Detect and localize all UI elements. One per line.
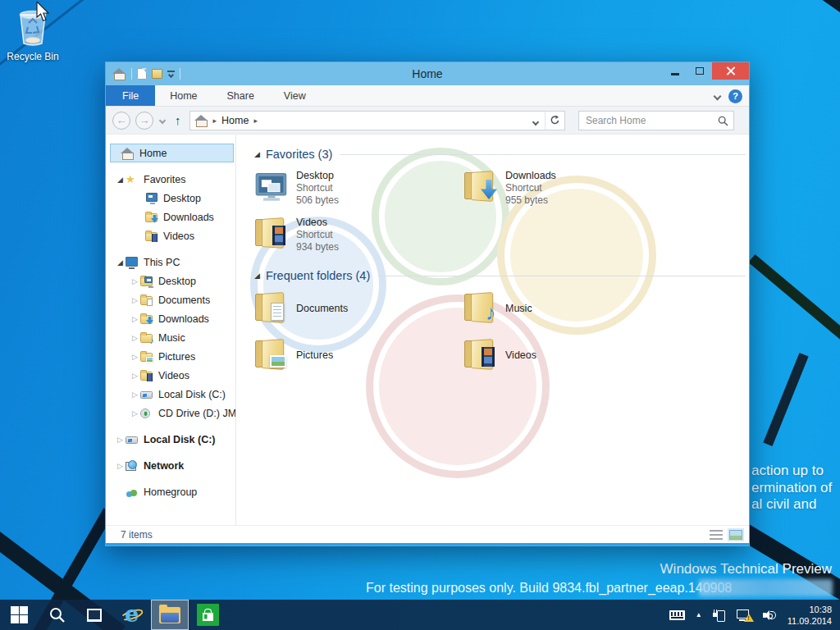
wallpaper-beam xyxy=(748,254,840,426)
file-explorer-button[interactable] xyxy=(151,600,189,630)
clock-time: 10:38 xyxy=(788,604,832,615)
item-name: Downloads xyxy=(505,170,556,182)
collapse-icon[interactable]: ◢ xyxy=(117,258,126,267)
music-folder-icon: ♪ xyxy=(140,332,153,344)
sidebar-item-pictures[interactable]: ▷ Pictures xyxy=(106,347,235,366)
watermark-build-label: For testing purposes only. Build 9834.fb… xyxy=(366,581,732,596)
maximize-button[interactable] xyxy=(687,62,712,80)
folder-tile-music[interactable]: ♪ Music xyxy=(463,290,673,326)
sidebar-item-documents[interactable]: ▷ Documents xyxy=(106,290,235,309)
expand-icon[interactable]: ▷ xyxy=(132,390,140,399)
pictures-folder-icon xyxy=(254,337,289,372)
home-icon[interactable] xyxy=(113,68,126,80)
expand-icon[interactable]: ▷ xyxy=(117,436,126,444)
group-divider xyxy=(378,276,746,276)
search-icon[interactable] xyxy=(718,116,728,126)
expand-icon[interactable]: ▷ xyxy=(132,353,140,361)
sidebar-item-videos[interactable]: Videos xyxy=(106,226,235,245)
volume-icon[interactable] xyxy=(763,609,777,621)
sidebar-item-homegroup[interactable]: Homegroup xyxy=(106,482,235,501)
new-item-icon[interactable] xyxy=(137,68,147,80)
sidebar-item-favorites[interactable]: ◢ ★ Favorites xyxy=(106,170,235,189)
group-title[interactable]: Frequent folders (4) xyxy=(266,269,370,282)
file-tile-desktop[interactable]: Desktop Shortcut 506 bytes xyxy=(254,169,463,205)
desktop-shortcut-icon xyxy=(254,169,289,203)
expand-icon[interactable]: ▷ xyxy=(132,334,140,342)
folder-tile-pictures[interactable]: Pictures xyxy=(254,337,463,373)
minimize-button[interactable] xyxy=(663,62,687,80)
store-icon xyxy=(197,604,219,626)
folder-tile-documents[interactable]: Documents xyxy=(254,290,463,326)
collapse-icon[interactable]: ◢ xyxy=(117,176,126,184)
forward-button[interactable]: → xyxy=(135,112,153,130)
expand-icon[interactable]: ▷ xyxy=(132,296,140,304)
tab-view[interactable]: View xyxy=(269,85,321,106)
expand-icon[interactable]: ▷ xyxy=(117,462,126,470)
item-name: Pictures xyxy=(296,338,333,372)
navigation-bar: ← → ↑ ▸ Home ▸ xyxy=(106,107,749,135)
sidebar-item-pc-downloads[interactable]: ▷ Downloads xyxy=(106,309,235,328)
file-tile-downloads[interactable]: Downloads Shortcut 955 bytes xyxy=(463,169,673,205)
customize-quick-access-icon[interactable] xyxy=(167,71,175,77)
file-list-pane: ◢ Favorites (3) xyxy=(236,135,749,525)
item-name: Videos xyxy=(296,217,339,229)
address-dropdown-icon[interactable] xyxy=(527,113,545,128)
expand-icon[interactable]: ▷ xyxy=(132,372,140,380)
sidebar-item-pc-videos[interactable]: ▷ Videos xyxy=(106,366,235,385)
sidebar-item-desktop[interactable]: Desktop xyxy=(106,189,235,208)
help-icon[interactable]: ? xyxy=(728,89,742,103)
sidebar-item-pc-desktop[interactable]: ▷ Desktop xyxy=(106,272,235,290)
taskbar-clock[interactable]: 10:38 11.09.2014 xyxy=(788,604,832,627)
tab-home[interactable]: Home xyxy=(155,85,212,106)
show-hidden-icons-icon[interactable]: ▲ xyxy=(696,611,702,619)
internet-explorer-icon: e xyxy=(121,605,143,626)
address-bar[interactable]: ▸ Home ▸ xyxy=(189,111,566,130)
sidebar-item-cd-drive[interactable]: ▷ CD Drive (D:) JM1 xyxy=(106,404,235,422)
window-bottom-border xyxy=(106,543,749,546)
touch-keyboard-icon[interactable] xyxy=(669,610,685,620)
up-button[interactable]: ↑ xyxy=(175,113,181,127)
expand-icon[interactable]: ▷ xyxy=(132,315,140,323)
taskbar-search-button[interactable] xyxy=(38,600,75,630)
breadcrumb-home[interactable]: Home xyxy=(221,115,249,126)
sidebar-item-downloads[interactable]: Downloads xyxy=(106,208,235,226)
expand-icon[interactable]: ▷ xyxy=(132,277,140,285)
start-button[interactable] xyxy=(0,600,38,630)
group-title[interactable]: Favorites (3) xyxy=(266,148,332,161)
sidebar-item-home[interactable]: Home xyxy=(110,144,234,162)
refresh-button[interactable] xyxy=(545,112,564,130)
breadcrumb-separator-icon: ▸ xyxy=(213,116,217,125)
back-button[interactable]: ← xyxy=(112,112,130,130)
videos-folder-icon xyxy=(145,231,158,242)
internet-explorer-button[interactable]: e xyxy=(113,600,151,630)
watermark-preview-label: Windows Technical Preview xyxy=(660,561,832,578)
title-bar[interactable]: Home xyxy=(106,62,749,85)
tab-share[interactable]: Share xyxy=(212,85,269,106)
close-button[interactable] xyxy=(712,62,749,80)
sidebar-item-music[interactable]: ▷ ♪ Music xyxy=(106,328,235,347)
network-status-icon[interactable]: ! xyxy=(737,609,752,621)
task-view-button[interactable] xyxy=(75,600,113,630)
collapse-group-icon[interactable]: ◢ xyxy=(254,150,260,158)
sidebar-item-network[interactable]: ▷ Network xyxy=(106,456,235,475)
recycle-bin-shortcut[interactable]: Recycle Bin xyxy=(5,7,61,62)
collapse-group-icon[interactable]: ◢ xyxy=(254,272,260,280)
item-type: Shortcut xyxy=(296,182,339,194)
search-box[interactable] xyxy=(578,111,734,130)
recent-locations-icon[interactable] xyxy=(159,116,166,123)
folder-tile-videos[interactable]: Videos xyxy=(463,337,673,373)
sidebar-item-local-disk-root[interactable]: ▷ Local Disk (C:) xyxy=(106,430,235,449)
file-tile-videos[interactable]: Videos Shortcut 934 bytes xyxy=(254,216,463,252)
store-button[interactable] xyxy=(189,600,226,630)
search-input[interactable] xyxy=(579,112,733,130)
tab-file[interactable]: File xyxy=(106,85,155,106)
expand-icon[interactable]: ▷ xyxy=(132,409,140,418)
downloads-folder-icon xyxy=(140,313,153,325)
details-view-icon[interactable] xyxy=(710,530,723,540)
sidebar-item-this-pc[interactable]: ◢ This PC xyxy=(106,253,235,272)
properties-icon[interactable] xyxy=(152,69,162,79)
power-plug-icon[interactable] xyxy=(713,609,726,621)
sidebar-item-local-disk-c[interactable]: ▷ Local Disk (C:) xyxy=(106,385,235,404)
large-icons-view-icon[interactable] xyxy=(729,530,742,540)
expand-ribbon-icon[interactable] xyxy=(714,92,722,100)
